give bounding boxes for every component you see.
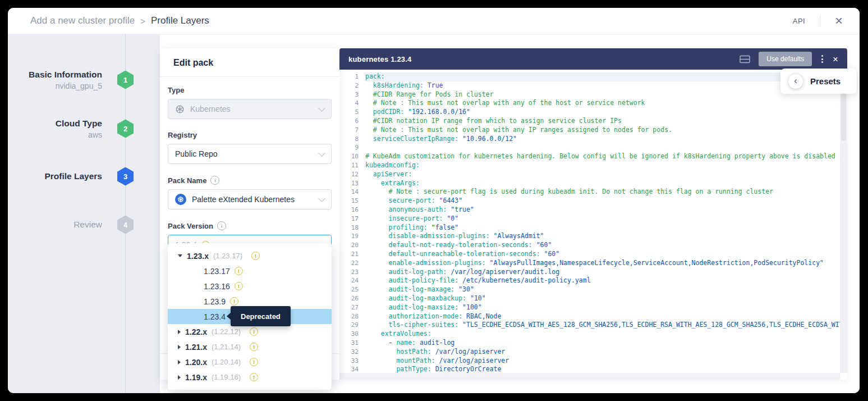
main-content: Edit pack Type Kubernetes bbox=[160, 34, 860, 393]
chevron-down-icon bbox=[318, 195, 325, 202]
code-line-16[interactable]: anonymous-auth: "true" bbox=[365, 206, 847, 215]
deprecated-warning-icon: ! bbox=[251, 252, 260, 260]
split-view-icon[interactable] bbox=[740, 55, 750, 63]
step-label: Review bbox=[74, 220, 102, 230]
editor-title: kubernetes 1.23.4 bbox=[348, 55, 412, 63]
header-divider bbox=[820, 15, 820, 27]
code-line-32[interactable]: hostPath: /var/log/apiserver bbox=[365, 348, 847, 357]
more-options-icon[interactable] bbox=[820, 54, 824, 64]
close-icon[interactable]: × bbox=[835, 14, 843, 28]
code-line-22[interactable]: enable-admission-plugins: "AlwaysPullIma… bbox=[365, 259, 847, 268]
horizontal-scrollbar[interactable] bbox=[339, 373, 840, 380]
presets-collapse-button[interactable]: ‹ bbox=[788, 74, 803, 89]
code-line-4[interactable]: # Note : This must not overlap with any … bbox=[365, 99, 847, 108]
deprecated-warning-icon: ! bbox=[250, 343, 258, 351]
code-area[interactable]: 1234567891011121314151617181920212223242… bbox=[339, 70, 847, 380]
caret-right-icon[interactable] bbox=[178, 345, 181, 349]
version-option-1.23.4[interactable]: 1.23.4!Deprecated bbox=[168, 309, 332, 324]
code-line-5[interactable]: podCIDR: "192.168.0.0/16" bbox=[365, 108, 847, 117]
version-group-1.23.x[interactable]: 1.23.x(1.23.17)! bbox=[168, 248, 332, 263]
version-group-1.22.x[interactable]: 1.22.x(1.22.12)! bbox=[168, 324, 332, 339]
yaml-editor-panel: kubernetes 1.23.4 Use defaults × 1234567 bbox=[339, 48, 847, 380]
pack-version-label: Pack Version bbox=[168, 222, 213, 230]
deprecated-warning-icon: ! bbox=[230, 297, 238, 306]
caret-right-icon[interactable] bbox=[178, 375, 181, 380]
code-line-3[interactable]: #CIDR Range for Pods in cluster bbox=[365, 90, 847, 99]
code-line-13[interactable]: extraArgs: bbox=[365, 179, 847, 188]
version-option-1.23.16[interactable]: 1.23.16! bbox=[168, 279, 332, 294]
code-line-20[interactable]: default-not-ready-toleration-seconds: "6… bbox=[365, 241, 847, 250]
deprecated-warning-icon: ! bbox=[250, 373, 258, 381]
deprecated-warning-icon: ! bbox=[235, 267, 243, 275]
breadcrumb-current: Profile Layers bbox=[151, 15, 209, 26]
stepper-sidebar: Basic Informationnvidia_gpu_51Cloud Type… bbox=[8, 34, 160, 393]
code-line-1[interactable]: pack: bbox=[365, 72, 847, 81]
code-line-33[interactable]: mountPath: /var/log/apiserver bbox=[365, 357, 847, 366]
version-option-1.23.17[interactable]: 1.23.17! bbox=[168, 263, 332, 279]
code-line-21[interactable]: default-unreachable-toleration-seconds: … bbox=[365, 250, 847, 259]
code-line-30[interactable]: extraVolumes: bbox=[365, 330, 847, 339]
deprecated-warning-icon: ! bbox=[235, 282, 243, 290]
type-value: Kubernetes bbox=[190, 104, 231, 113]
pack-name-label: Pack Name bbox=[168, 176, 206, 185]
deprecated-warning-icon: ! bbox=[250, 327, 258, 336]
kubernetes-wheel-icon bbox=[175, 104, 185, 114]
editor-close-icon[interactable]: × bbox=[833, 54, 838, 64]
code-line-19[interactable]: disable-admission-plugins: "AlwaysAdmit" bbox=[365, 232, 847, 241]
type-label: Type bbox=[168, 86, 184, 94]
step-number-hexagon: 3 bbox=[117, 167, 134, 186]
code-line-23[interactable]: audit-log-path: /var/log/apiserver/audit… bbox=[365, 268, 847, 277]
use-defaults-button[interactable]: Use defaults bbox=[759, 52, 812, 66]
code-line-17[interactable]: insecure-port: "0" bbox=[365, 215, 847, 224]
info-icon[interactable]: i bbox=[210, 176, 219, 185]
editor-header: kubernetes 1.23.4 Use defaults × bbox=[339, 48, 847, 70]
code-line-2[interactable]: k8sHardening: True bbox=[365, 81, 847, 90]
version-group-1.20.x[interactable]: 1.20.x(1.20.14)! bbox=[168, 354, 332, 370]
code-line-25[interactable]: audit-log-maxage: "30" bbox=[365, 285, 847, 294]
app-window: Add a new cluster profile > Profile Laye… bbox=[8, 8, 860, 393]
code-line-10[interactable]: # KubeAdm customization for kubernetes h… bbox=[365, 152, 847, 161]
info-icon[interactable]: i bbox=[217, 221, 226, 230]
breadcrumb-root[interactable]: Add a new cluster profile bbox=[30, 15, 135, 26]
code-line-14[interactable]: # Note : secure-port flag is used during… bbox=[365, 188, 847, 197]
version-group-1.21.x[interactable]: 1.21.x(1.21.14)! bbox=[168, 339, 332, 354]
code-line-6[interactable]: #CIDR notation IP range from which to as… bbox=[365, 117, 847, 126]
presets-label: Presets bbox=[810, 76, 841, 86]
code-line-8[interactable]: serviceClusterIpRange: "10.96.0.0/12" bbox=[365, 135, 847, 144]
stepper-step-profile-layers[interactable]: Profile Layers3 bbox=[8, 166, 160, 187]
code-line-15[interactable]: secure-port: "6443" bbox=[365, 197, 847, 206]
vertical-scrollbar[interactable] bbox=[840, 72, 847, 373]
code-line-31[interactable]: - name: audit-log bbox=[365, 339, 847, 348]
caret-down-icon[interactable] bbox=[178, 254, 182, 257]
code-line-18[interactable]: profiling: "false" bbox=[365, 224, 847, 233]
chevron-down-icon bbox=[318, 104, 325, 112]
code-line-24[interactable]: audit-policy-file: /etc/kubernetes/audit… bbox=[365, 276, 847, 285]
pack-name-select[interactable]: Palette eXtended Kubernetes bbox=[168, 189, 332, 209]
yaml-code[interactable]: pack: k8sHardening: True #CIDR Range for… bbox=[365, 72, 847, 380]
code-line-11[interactable]: kubeadmconfig: bbox=[365, 161, 847, 170]
code-line-9[interactable] bbox=[365, 143, 847, 152]
code-line-7[interactable]: # Note : This must not overlap with any … bbox=[365, 126, 847, 135]
code-line-12[interactable]: apiServer: bbox=[365, 170, 847, 179]
registry-value: Public Repo bbox=[175, 149, 218, 158]
caret-right-icon[interactable] bbox=[178, 360, 181, 364]
deprecated-warning-icon: ! bbox=[250, 358, 258, 366]
step-number-hexagon: 1 bbox=[117, 71, 134, 89]
breadcrumb: Add a new cluster profile > Profile Laye… bbox=[30, 15, 209, 26]
stepper-step-review[interactable]: Review4 bbox=[8, 214, 160, 235]
code-line-28[interactable]: authorization-mode: RBAC,Node bbox=[365, 312, 847, 321]
code-line-29[interactable]: tls-cipher-suites: "TLS_ECDHE_ECDSA_WITH… bbox=[365, 321, 847, 330]
step-number-hexagon: 4 bbox=[117, 216, 134, 234]
breadcrumb-separator: > bbox=[140, 16, 145, 26]
version-group-1.19.x[interactable]: 1.19.x(1.19.16)! bbox=[168, 370, 332, 385]
caret-right-icon[interactable] bbox=[178, 330, 181, 334]
registry-label: Registry bbox=[168, 131, 197, 139]
code-line-27[interactable]: audit-log-maxsize: "100" bbox=[365, 303, 847, 312]
code-line-26[interactable]: audit-log-maxbackup: "10" bbox=[365, 294, 847, 303]
stepper-step-basic-information[interactable]: Basic Informationnvidia_gpu_51 bbox=[8, 69, 160, 90]
api-link[interactable]: API bbox=[793, 17, 805, 25]
step-number-hexagon: 2 bbox=[117, 120, 134, 138]
stepper-step-cloud-type[interactable]: Cloud Typeaws2 bbox=[8, 118, 160, 139]
registry-select[interactable]: Public Repo bbox=[168, 144, 332, 164]
pack-logo-icon bbox=[175, 194, 186, 205]
